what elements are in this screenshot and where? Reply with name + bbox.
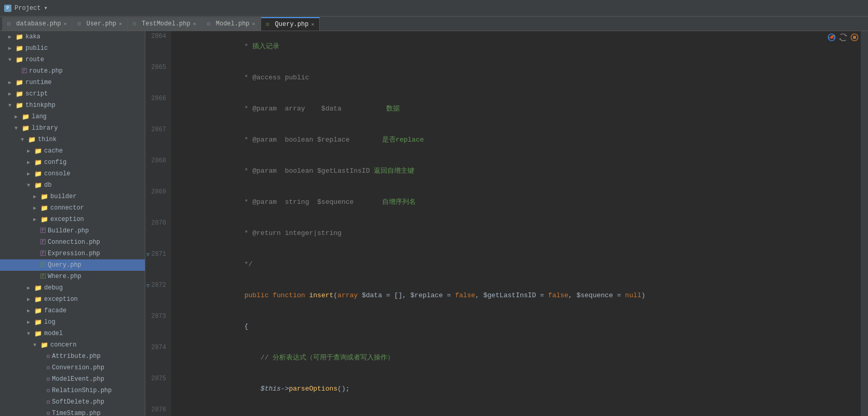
code-line: 2865 * @access public <box>145 62 861 93</box>
sidebar-item-connection-php[interactable]: 🄿 Connection.php <box>0 237 145 248</box>
sidebar-item-think[interactable]: ▼ 📁 think <box>0 134 145 145</box>
tab-query[interactable]: ⊡ Query.php ✕ <box>261 17 320 31</box>
sidebar-item-builder-php[interactable]: 🄿 Builder.php <box>0 225 145 237</box>
tab-php-icon: ⊡ <box>7 21 13 27</box>
sidebar-item-label: Connection.php <box>48 239 100 246</box>
sidebar-item-kaka[interactable]: ▶ 📁 kaka <box>0 31 145 43</box>
comment-text: * @param boolean $getLastInsID <box>232 167 374 175</box>
code-text <box>358 292 362 299</box>
stop-icon[interactable] <box>849 32 860 43</box>
line-number: 2872 ▽ <box>145 280 171 311</box>
sidebar-item-script[interactable]: ▶ 📁 script <box>0 88 145 100</box>
sidebar-item-cache[interactable]: ▶ 📁 cache <box>0 145 145 157</box>
line-number: 2867 <box>145 124 171 156</box>
arrow-spacer <box>39 388 45 394</box>
sidebar-item-library[interactable]: ▼ 📁 library <box>0 122 145 134</box>
arrow-spacer <box>39 411 45 417</box>
folder-icon: 📁 <box>34 330 42 338</box>
sidebar-item-log[interactable]: ▶ 📁 log <box>0 316 145 328</box>
sidebar-item-console[interactable]: ▶ 📁 console <box>0 168 145 179</box>
sidebar-item-conversion[interactable]: ⊡ Conversion.php <box>0 362 145 373</box>
sidebar-item-exception-db[interactable]: ▶ 📁 exception <box>0 214 145 225</box>
chrome-icon[interactable] <box>826 32 837 43</box>
fold-icon[interactable]: ▽ <box>146 281 150 292</box>
line-content: * @param string $sequence 自增序列名 <box>171 187 861 218</box>
tab-model-close[interactable]: ✕ <box>252 21 255 27</box>
comment-text: * @param array $data <box>232 105 386 113</box>
sidebar-item-thinkphp[interactable]: ▼ 📁 thinkphp <box>0 100 145 111</box>
sidebar-item-lang[interactable]: ▶ 📁 lang <box>0 111 145 122</box>
sidebar-item-relationship[interactable]: ⊡ RelationShip.php <box>0 385 145 396</box>
sidebar[interactable]: ▶ 📁 kaka ▶ 📁 public ▼ 📁 route 🄿 route.ph… <box>0 31 145 416</box>
sidebar-item-exception[interactable]: ▶ 📁 exception <box>0 294 145 305</box>
sidebar-item-concern[interactable]: ▼ 📁 concern <box>0 339 145 351</box>
sidebar-item-label: TimeStamp.php <box>52 410 101 416</box>
code-text: ( <box>333 292 337 299</box>
arrow-icon: ▶ <box>8 79 13 86</box>
editor-content[interactable]: 2864 * 插入记录 2865 * @access public <box>145 31 861 416</box>
line-number: 2868 <box>145 156 171 187</box>
sidebar-item-config[interactable]: ▶ 📁 config <box>0 157 145 168</box>
tab-database-close[interactable]: ✕ <box>63 21 66 27</box>
sidebar-item-attribute[interactable]: ⊡ Attribute.php <box>0 351 145 362</box>
sidebar-item-where-php[interactable]: 🄿 Where.php <box>0 271 145 282</box>
sidebar-item-label: library <box>32 124 58 132</box>
tab-user-close[interactable]: ✕ <box>119 21 122 27</box>
sidebar-item-label: Expression.php <box>48 250 100 257</box>
code-table: 2864 * 插入记录 2865 * @access public <box>145 31 861 416</box>
arrow-icon: ▶ <box>27 159 32 165</box>
arrow-spacer <box>39 399 45 405</box>
sidebar-item-timestamp[interactable]: ⊡ TimeStamp.php <box>0 408 145 416</box>
sidebar-item-expression-php[interactable]: 🄿 Expression.php <box>0 248 145 259</box>
line-number: 2869 <box>145 187 171 218</box>
sidebar-item-db[interactable]: ▼ 📁 db <box>0 179 145 191</box>
file-icon: 🄿 <box>40 239 46 245</box>
code-line: 2866 * @param array $data 数据 <box>145 93 861 124</box>
tab-query-close[interactable]: ✕ <box>311 21 314 27</box>
sidebar-item-modelevent[interactable]: ⊡ ModelEvent.php <box>0 373 145 385</box>
line-content: // 分析表达式（可用于查询或者写入操作） <box>171 342 861 373</box>
sidebar-item-route[interactable]: ▼ 📁 route <box>0 54 145 65</box>
code-text: = <box>536 292 548 299</box>
tab-testmodel-close[interactable]: ✕ <box>193 21 196 27</box>
folder-icon: 📁 <box>34 284 42 292</box>
sidebar-item-builder[interactable]: ▶ 📁 builder <box>0 191 145 202</box>
sidebar-item-public[interactable]: ▶ 📁 public <box>0 43 145 54</box>
code-line: 2870 * @return integer|string <box>145 218 861 249</box>
folder-icon: 📁 <box>34 147 42 155</box>
sidebar-item-softdelete[interactable]: ⊡ SoftDelete.php <box>0 396 145 408</box>
tab-database[interactable]: ⊡ database.php ✕ <box>2 17 72 31</box>
arrow-spacer <box>33 274 38 280</box>
line-content: * @param array $data 数据 <box>171 93 861 124</box>
sidebar-item-connector[interactable]: ▶ 📁 connector <box>0 202 145 214</box>
tab-php-green-icon: ⊡ <box>133 21 139 27</box>
comment-zh-text: 返回自增主键 <box>374 167 414 175</box>
refresh-icon[interactable] <box>838 32 848 43</box>
arrow-icon: ▼ <box>8 103 13 108</box>
sidebar-item-label: script <box>25 90 48 98</box>
sidebar-item-query-php[interactable]: 🄿 Query.php <box>0 259 145 271</box>
sidebar-item-label: kaka <box>25 33 40 40</box>
fold-icon[interactable]: ▽ <box>146 250 150 260</box>
sidebar-item-model[interactable]: ▼ 📁 model <box>0 328 145 339</box>
project-label[interactable]: Project <box>15 5 40 12</box>
title-bar-left: P Project ▾ <box>4 4 48 12</box>
sidebar-item-label: model <box>44 330 63 337</box>
tab-php-icon: ⊡ <box>77 21 84 27</box>
variable: $getLastInsID <box>483 292 536 299</box>
sidebar-item-debug[interactable]: ▶ 📁 debug <box>0 282 145 294</box>
tab-testmodel[interactable]: ⊡ TestModel.php ✕ <box>128 17 202 31</box>
code-text: (); <box>337 385 349 393</box>
sidebar-item-facade[interactable]: ▶ 📁 facade <box>0 305 145 316</box>
tab-model[interactable]: ⊡ Model.php ✕ <box>202 17 261 31</box>
folder-icon: 📁 <box>34 307 42 315</box>
tab-user[interactable]: ⊡ User.php ✕ <box>72 17 128 31</box>
tab-model-label: Model.php <box>216 20 250 27</box>
project-dropdown-icon[interactable]: ▾ <box>44 4 47 12</box>
file-icon: 🄿 <box>40 228 46 234</box>
sidebar-item-runtime[interactable]: ▶ 📁 runtime <box>0 77 145 88</box>
folder-icon: 📁 <box>16 33 23 41</box>
right-panel <box>861 31 868 416</box>
sidebar-item-route-php[interactable]: 🄿 route.php <box>0 65 145 77</box>
arrow-icon: ▶ <box>15 114 20 120</box>
